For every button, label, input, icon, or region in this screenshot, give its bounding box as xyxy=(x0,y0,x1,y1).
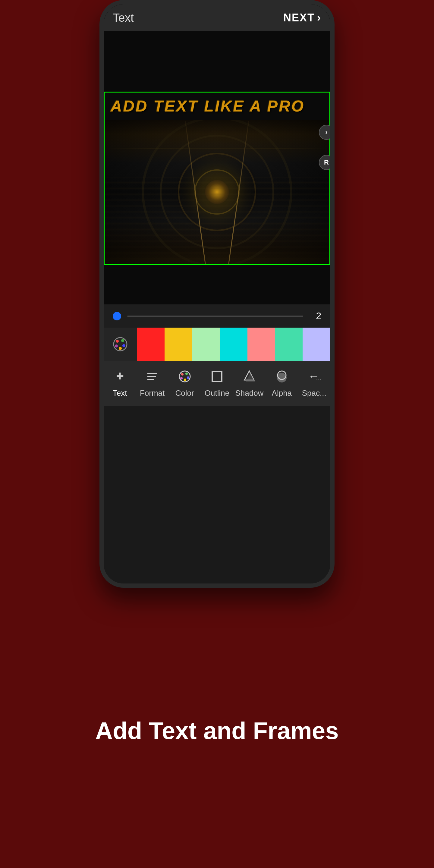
tunnel-inner xyxy=(104,120,330,264)
svg-point-2 xyxy=(121,339,124,342)
toolbar-label-add-text: Text xyxy=(113,389,127,398)
toolbar-icon-alpha xyxy=(275,369,289,386)
toolbar-item-alpha[interactable]: Alpha xyxy=(266,361,298,406)
toolbar-item-outline[interactable]: Outline xyxy=(201,361,233,406)
palette-icon-container[interactable] xyxy=(104,328,137,361)
black-bottom xyxy=(104,265,330,304)
tunnel-cable-1 xyxy=(104,149,330,149)
color-swatch-3[interactable] xyxy=(220,328,247,361)
slider-track[interactable] xyxy=(127,315,303,317)
slider-value: 2 xyxy=(309,310,321,321)
color-swatch-5[interactable] xyxy=(275,328,303,361)
toolbar-icon-add-text: + xyxy=(113,369,127,386)
next-label: NEXT xyxy=(283,11,315,24)
side-btn-2-icon: R xyxy=(324,158,329,166)
svg-point-4 xyxy=(119,347,122,350)
text-overlay: ADD TEXT LIKE A PRO xyxy=(111,97,305,115)
toolbar-icon-color xyxy=(178,369,192,386)
next-button[interactable]: NEXT › xyxy=(283,11,321,24)
toolbar-item-spacing[interactable]: ←…Spac... xyxy=(298,361,330,406)
svg-point-5 xyxy=(115,344,118,347)
svg-rect-16 xyxy=(212,372,222,381)
side-btn-1-icon: › xyxy=(325,128,327,136)
color-swatch-2[interactable] xyxy=(192,328,220,361)
toolbar-item-shadow[interactable]: Shadow xyxy=(233,361,266,406)
phone-wrapper: Text NEXT › ADD TEXT LIKE A PRO xyxy=(99,0,335,588)
toolbar-label-alpha: Alpha xyxy=(272,389,292,398)
phone-frame: Text NEXT › ADD TEXT LIKE A PRO xyxy=(99,0,335,588)
toolbar-label-outline: Outline xyxy=(205,389,229,398)
color-row xyxy=(104,328,330,361)
image-area: ADD TEXT LIKE A PRO xyxy=(104,31,330,304)
slider-dot xyxy=(113,312,121,320)
svg-point-12 xyxy=(185,373,188,375)
tunnel-wall-left xyxy=(104,120,217,264)
toolbar-label-spacing: Spac... xyxy=(302,389,327,398)
toolbar-label-shadow: Shadow xyxy=(235,389,264,398)
toolbar-label-color: Color xyxy=(175,389,194,398)
toolbar-icon-outline xyxy=(210,369,224,386)
top-bar: Text NEXT › xyxy=(104,4,330,31)
tunnel-cable-2 xyxy=(104,163,330,163)
svg-point-14 xyxy=(184,378,186,381)
svg-text:…: … xyxy=(316,375,321,381)
next-icon: › xyxy=(317,11,321,24)
palette-icon xyxy=(111,335,129,353)
svg-text:+: + xyxy=(116,369,124,383)
toolbar-icon-format xyxy=(145,369,159,386)
phone-inner: Text NEXT › ADD TEXT LIKE A PRO xyxy=(104,4,330,406)
toolbar-label-format: Format xyxy=(140,389,164,398)
selection-container: ADD TEXT LIKE A PRO xyxy=(104,92,330,265)
bottom-toolbar: +TextFormatColorOutlineShadowAlpha←…Spac… xyxy=(104,361,330,406)
svg-point-3 xyxy=(122,344,125,347)
color-swatch-0[interactable] xyxy=(137,328,164,361)
svg-point-1 xyxy=(116,340,119,343)
text-band: ADD TEXT LIKE A PRO xyxy=(104,93,330,120)
page-title: Add Text and Frames xyxy=(95,717,339,745)
page-bottom: Add Text and Frames xyxy=(83,588,351,868)
toolbar-item-add-text[interactable]: +Text xyxy=(104,361,136,406)
swatch-container xyxy=(137,328,330,361)
toolbar-item-format[interactable]: Format xyxy=(136,361,168,406)
toolbar-icon-shadow xyxy=(242,369,256,386)
slider-area: 2 xyxy=(104,304,330,328)
black-top xyxy=(104,31,330,92)
color-swatch-4[interactable] xyxy=(247,328,275,361)
svg-point-15 xyxy=(180,377,183,379)
svg-point-13 xyxy=(187,376,189,379)
header-title: Text xyxy=(113,11,134,24)
svg-point-11 xyxy=(181,373,184,375)
color-swatch-1[interactable] xyxy=(164,328,192,361)
toolbar-item-color[interactable]: Color xyxy=(168,361,201,406)
color-swatch-6[interactable] xyxy=(303,328,330,361)
tunnel-image xyxy=(104,120,330,264)
tunnel-wall-right xyxy=(217,120,330,264)
toolbar-icon-spacing: ←… xyxy=(307,369,321,386)
